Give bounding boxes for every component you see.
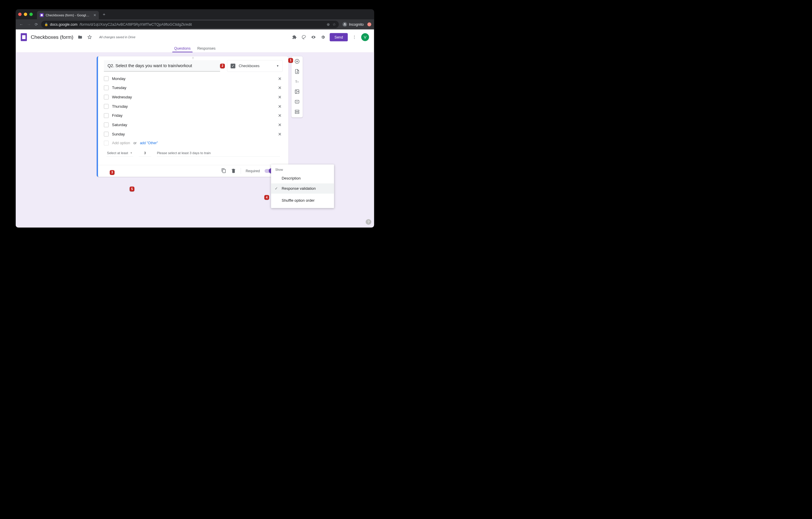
- option-row: Thursday✕: [98, 102, 288, 111]
- help-button[interactable]: ?: [366, 219, 371, 225]
- remove-option-button[interactable]: ✕: [277, 76, 282, 81]
- add-question-button[interactable]: [295, 59, 299, 64]
- question-card[interactable]: ⠿ Q2. Select the days you want to train/…: [96, 56, 288, 177]
- settings-button[interactable]: [320, 34, 326, 40]
- option-input[interactable]: Wednesday: [112, 95, 273, 99]
- forms-favicon: [40, 13, 44, 17]
- move-to-folder-button[interactable]: [77, 34, 83, 40]
- question-type-select[interactable]: ✓ Checkboxes ▼: [227, 60, 283, 72]
- minimize-window-button[interactable]: [24, 12, 27, 16]
- add-other-button[interactable]: add "Other": [140, 141, 158, 145]
- incognito-indicator[interactable]: Incognito: [342, 22, 364, 27]
- required-label: Required: [245, 169, 260, 173]
- checkbox-icon: [104, 132, 109, 136]
- import-questions-button[interactable]: [295, 69, 299, 75]
- titlebar: Checkboxes (form) - Google Fo ✕ +: [16, 9, 374, 20]
- theme-button[interactable]: [301, 34, 307, 40]
- close-window-button[interactable]: [18, 12, 22, 16]
- reload-button[interactable]: ⟳: [33, 22, 39, 27]
- checkbox-icon: [104, 113, 109, 118]
- send-button[interactable]: Send: [330, 33, 348, 41]
- question-type-label: Checkboxes: [239, 64, 259, 68]
- forward-button[interactable]: →: [26, 22, 31, 27]
- svg-text:T: T: [297, 81, 299, 83]
- zoom-icon[interactable]: ⊕: [327, 22, 330, 27]
- remove-option-button[interactable]: ✕: [277, 85, 282, 90]
- drag-handle-icon[interactable]: ⠿: [98, 56, 288, 60]
- option-input[interactable]: Saturday: [112, 122, 273, 127]
- checkbox-icon: [104, 122, 109, 127]
- forms-app: Checkboxes (form) All changes saved in D…: [16, 29, 374, 228]
- dropdown-caret-icon: ▼: [130, 152, 133, 155]
- check-icon: ✓: [274, 186, 279, 191]
- duplicate-button[interactable]: [221, 168, 226, 174]
- validation-number-input[interactable]: 3: [139, 150, 151, 157]
- add-video-button[interactable]: [295, 99, 299, 105]
- menu-item-shuffle[interactable]: Shuffle option order: [271, 196, 334, 206]
- form-canvas: ⠿ Q2. Select the days you want to train/…: [16, 53, 374, 228]
- menu-item-response-validation[interactable]: ✓Response validation: [271, 183, 334, 194]
- remove-option-button[interactable]: ✕: [277, 104, 282, 109]
- lock-icon: 🔒: [44, 23, 48, 26]
- close-tab-button[interactable]: ✕: [93, 13, 96, 17]
- forms-logo-icon[interactable]: [21, 33, 27, 41]
- add-option-row: Add option or add "Other": [98, 139, 288, 147]
- add-title-button[interactable]: TT: [295, 79, 299, 85]
- validation-rule-select[interactable]: Select at least ▼: [107, 150, 133, 157]
- svg-text:T: T: [295, 80, 297, 83]
- browser-tab[interactable]: Checkboxes (form) - Google Fo ✕: [37, 11, 99, 19]
- option-row: Sunday✕: [98, 130, 288, 139]
- new-tab-button[interactable]: +: [103, 12, 105, 17]
- annotation-badge: 2: [220, 64, 225, 68]
- preview-button[interactable]: [311, 34, 316, 40]
- option-row: Wednesday✕: [98, 92, 288, 102]
- validation-error-input[interactable]: Please select at least 3 days to train: [157, 150, 280, 157]
- option-input[interactable]: Friday: [112, 113, 273, 118]
- question-options-menu: Show Description ✓Response validation Sh…: [271, 165, 334, 208]
- or-label: or: [133, 141, 137, 145]
- add-option-input[interactable]: Add option: [112, 141, 130, 145]
- option-input[interactable]: Sunday: [112, 132, 273, 136]
- checkbox-icon: ✓: [231, 64, 235, 68]
- add-image-button[interactable]: [295, 89, 299, 94]
- address-bar[interactable]: 🔒 docs.google.com/forms/d/1qUXsryC2a2AvB…: [41, 21, 339, 28]
- option-input[interactable]: Monday: [112, 77, 273, 81]
- form-tabs: Questions Responses: [16, 45, 374, 53]
- url-path: /forms/d/1qUXsryC2a2AvBCAf8P5RyXWfTwCTQp…: [79, 22, 192, 27]
- tab-responses[interactable]: Responses: [197, 45, 216, 52]
- menu-item-description[interactable]: Description: [271, 173, 334, 183]
- window-controls: [18, 12, 33, 16]
- option-input[interactable]: Thursday: [112, 104, 273, 109]
- question-title-input[interactable]: Q2. Select the days you want to train/wo…: [104, 60, 220, 71]
- app-header: Checkboxes (form) All changes saved in D…: [16, 29, 374, 45]
- tab-title: Checkboxes (form) - Google Fo: [46, 13, 90, 17]
- back-button[interactable]: ←: [18, 22, 24, 27]
- checkbox-icon: [104, 85, 109, 90]
- checkbox-icon: [104, 76, 109, 81]
- incognito-label: Incognito: [349, 22, 364, 27]
- remove-option-button[interactable]: ✕: [277, 113, 282, 118]
- star-button[interactable]: [87, 34, 92, 40]
- browser-window: Checkboxes (form) - Google Fo ✕ + ← → ⟳ …: [16, 9, 374, 228]
- remove-option-button[interactable]: ✕: [277, 94, 282, 100]
- incognito-icon: [342, 22, 347, 27]
- extension-badge[interactable]: [368, 23, 371, 26]
- addons-button[interactable]: [292, 34, 297, 40]
- more-button[interactable]: ⋮: [352, 34, 357, 40]
- option-input[interactable]: Tuesday: [112, 86, 273, 90]
- bookmark-star-icon[interactable]: ☆: [332, 22, 336, 27]
- svg-rect-11: [295, 112, 299, 113]
- add-section-button[interactable]: [295, 109, 299, 115]
- delete-button[interactable]: [231, 168, 236, 174]
- validation-row: Select at least ▼ 3 Please select at lea…: [98, 147, 288, 161]
- document-title[interactable]: Checkboxes (form): [31, 34, 74, 40]
- maximize-window-button[interactable]: [29, 12, 33, 16]
- remove-option-button[interactable]: ✕: [277, 131, 282, 137]
- annotation-badge: 3: [110, 170, 114, 175]
- remove-option-button[interactable]: ✕: [277, 122, 282, 128]
- tab-questions[interactable]: Questions: [174, 45, 191, 52]
- menu-header: Show: [271, 167, 334, 173]
- account-avatar[interactable]: V: [361, 33, 369, 41]
- floating-toolbar: TT: [291, 56, 302, 117]
- save-status: All changes saved in Drive: [99, 35, 135, 39]
